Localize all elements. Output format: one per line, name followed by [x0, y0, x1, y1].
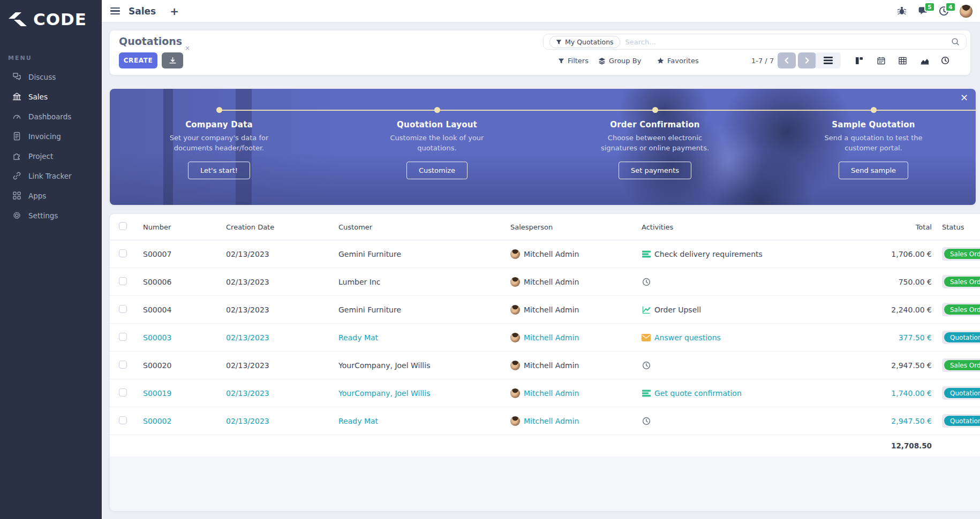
row-checkbox[interactable]: [119, 416, 127, 424]
sidebar-item-label: Settings: [28, 211, 58, 220]
activity-label[interactable]: Order Upsell: [654, 306, 701, 314]
row-checkbox[interactable]: [119, 277, 127, 285]
activity-tasks-icon[interactable]: [642, 388, 651, 398]
salesperson-name: Mitchell Admin: [524, 333, 579, 342]
table-row[interactable]: S00006 02/13/2023 Lumber Inc Mitchell Ad…: [110, 268, 980, 296]
debug-bug-icon[interactable]: [897, 6, 908, 17]
new-tab-button[interactable]: +: [170, 6, 179, 17]
salesperson-avatar: [510, 277, 520, 287]
messages-icon[interactable]: 5: [918, 6, 929, 17]
quotations-table: Number Creation Date Customer Salesperso…: [110, 214, 980, 511]
bank-icon: [12, 92, 21, 102]
send-sample-button[interactable]: Send sample: [839, 162, 908, 179]
favorites-button[interactable]: Favorites: [657, 57, 699, 65]
table-row[interactable]: S00020 02/13/2023 YourCompany, Joel Will…: [110, 352, 980, 379]
control-panel: Quotations CREATE My Quotations × Filter…: [110, 30, 970, 75]
pager-previous-button[interactable]: [778, 52, 796, 68]
customize-button[interactable]: Customize: [406, 162, 468, 179]
column-header-total[interactable]: Total: [822, 223, 934, 231]
puzzle-icon: [12, 151, 21, 161]
activity-label[interactable]: Get quote confirmation: [654, 389, 742, 398]
chat-bubbles-icon: [12, 72, 21, 82]
activity-clock-icon[interactable]: [642, 416, 651, 425]
group-by-button[interactable]: Group By: [598, 57, 641, 65]
search-facet-my-quotations[interactable]: My Quotations: [549, 36, 620, 48]
pager-range[interactable]: 1-7 / 7: [751, 57, 774, 65]
chain-link-icon: [12, 171, 21, 181]
sidebar-item-link-tracker[interactable]: Link Tracker: [0, 166, 102, 186]
sidebar-item-label: Sales: [28, 93, 48, 101]
table-row[interactable]: S00004 02/13/2023 Gemini Furniture Mitch…: [110, 296, 980, 324]
activity-label[interactable]: Answer questions: [654, 333, 721, 342]
view-activity-icon[interactable]: [937, 52, 953, 68]
onboarding-banner: × Company Data Set your company's data f…: [110, 89, 976, 205]
sidebar-item-project[interactable]: Project: [0, 146, 102, 166]
filters-button[interactable]: Filters: [558, 57, 589, 65]
brand-logo[interactable]: CODE: [0, 0, 102, 29]
status-label: Sales Order: [944, 304, 980, 315]
row-checkbox[interactable]: [119, 305, 127, 313]
activity-tasks-icon[interactable]: [642, 249, 651, 258]
column-header-activities[interactable]: Activities: [637, 223, 822, 231]
view-calendar-icon[interactable]: [873, 52, 889, 68]
sidebar-item-sales[interactable]: Sales: [0, 87, 102, 106]
sidebar-item-discuss[interactable]: Discuss: [0, 67, 102, 87]
column-header-salesperson[interactable]: Salesperson: [506, 223, 637, 231]
select-all-checkbox[interactable]: [119, 222, 127, 230]
row-checkbox[interactable]: [119, 249, 127, 257]
row-checkbox[interactable]: [119, 361, 127, 369]
step-title: Company Data: [128, 120, 310, 129]
status-badge: Quotation: [942, 331, 980, 344]
activity-label[interactable]: Check delivery requirements: [654, 250, 763, 258]
column-header-creation-date[interactable]: Creation Date: [220, 223, 332, 231]
status-label: Sales Order: [944, 360, 980, 370]
quotation-number: S00007: [137, 250, 220, 258]
export-download-button[interactable]: [162, 52, 183, 68]
facet-remove-icon[interactable]: ×: [185, 45, 190, 51]
grid-icon: [12, 191, 21, 201]
table-row[interactable]: S00007 02/13/2023 Gemini Furniture Mitch…: [110, 240, 980, 268]
gauge-icon: [12, 112, 21, 121]
user-avatar[interactable]: [960, 5, 973, 18]
view-kanban-icon[interactable]: [851, 52, 867, 68]
banner-close-icon[interactable]: ×: [960, 91, 968, 103]
sidebar-item-dashboards[interactable]: Dashboards: [0, 106, 102, 126]
table-footer-row: 12,708.50: [110, 435, 980, 456]
salesperson-name: Mitchell Admin: [524, 417, 579, 425]
table-row[interactable]: S00003 02/13/2023 Ready Mat Mitchell Adm…: [110, 324, 980, 352]
row-checkbox[interactable]: [119, 388, 127, 396]
column-header-customer[interactable]: Customer: [332, 223, 506, 231]
column-header-status[interactable]: Status: [934, 223, 980, 231]
row-checkbox[interactable]: [119, 333, 127, 341]
filters-label: Filters: [568, 57, 589, 65]
sidebar-item-apps[interactable]: Apps: [0, 186, 102, 205]
step-description: Send a quotation to test the customer po…: [808, 133, 939, 154]
view-list-icon[interactable]: [816, 52, 841, 68]
create-button[interactable]: CREATE: [119, 52, 157, 68]
search-input[interactable]: [625, 38, 951, 46]
group-by-label: Group By: [609, 57, 641, 65]
set-payments-button[interactable]: Set payments: [619, 162, 691, 179]
pager-next-button[interactable]: [798, 52, 816, 68]
hamburger-menu-icon[interactable]: [110, 6, 120, 16]
salesperson-avatar: [510, 388, 520, 398]
sidebar-item-invoicing[interactable]: Invoicing: [0, 126, 102, 146]
view-graph-icon[interactable]: [917, 52, 933, 68]
sidebar-item-label: Link Tracker: [28, 172, 72, 180]
activity-clock-icon[interactable]: [642, 277, 651, 286]
table-row[interactable]: S00002 02/13/2023 Ready Mat Mitchell Adm…: [110, 407, 980, 435]
activity-clock-icon[interactable]: [642, 361, 651, 370]
activity-chart-icon[interactable]: [642, 305, 651, 314]
status-badge: Sales Order: [942, 247, 980, 261]
lets-start-button[interactable]: Let's start!: [188, 162, 250, 179]
column-header-number[interactable]: Number: [137, 223, 220, 231]
app-title[interactable]: Sales: [129, 6, 156, 17]
customer-name: Gemini Furniture: [332, 306, 506, 314]
activities-clock-icon[interactable]: 4: [939, 6, 949, 17]
activity-email-icon[interactable]: [642, 333, 651, 342]
onboarding-step-sample-quotation: Sample Quotation Send a quotation to tes…: [782, 120, 964, 179]
sidebar-item-settings[interactable]: Settings: [0, 205, 102, 225]
view-pivot-icon[interactable]: [894, 52, 910, 68]
table-row[interactable]: S00019 02/13/2023 YourCompany, Joel Will…: [110, 379, 980, 407]
footer-total-sum: 12,708.50: [822, 441, 934, 450]
